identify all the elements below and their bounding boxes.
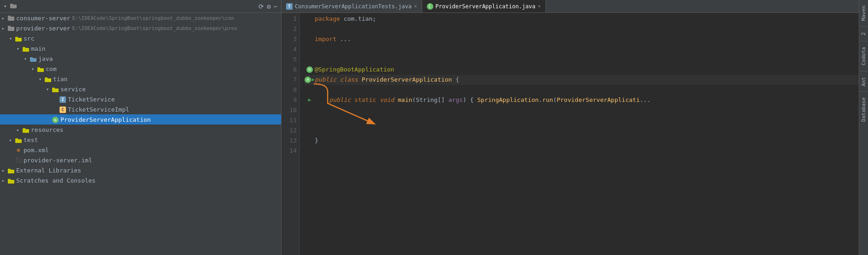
svg-rect-6 xyxy=(15,38,22,42)
tree-item-ExternalLibraries[interactable]: External Libraries xyxy=(0,165,281,175)
line-number-10: 10 xyxy=(281,105,297,115)
editor-main: TConsumerServerApplicationTests.java×CPr… xyxy=(281,0,859,255)
code-content-7: public class ProviderServerApplication { xyxy=(315,75,459,85)
close-sidebar-icon[interactable]: − xyxy=(274,3,277,10)
tree-icon-provider-server.iml: ⬛ xyxy=(15,156,24,164)
tab-label: ConsumerServerApplicationTests.java xyxy=(295,3,412,10)
right-panel-item-maven[interactable]: Maven xyxy=(860,2,868,24)
tree-item-TicketService[interactable]: ITicketService xyxy=(0,94,281,104)
tree-item-service[interactable]: service xyxy=(0,84,281,94)
code-editor: 1234567891011121314 package com.tian;imp… xyxy=(281,13,859,255)
tab-label: ProviderServerApplication.java xyxy=(436,3,536,10)
code-area[interactable]: package com.tian;import ...✿@SpringBootA… xyxy=(300,13,859,255)
code-line-9: ▶ public static void main(String[] args)… xyxy=(305,95,859,105)
code-content-3: import ... xyxy=(315,34,351,44)
project-arrow[interactable] xyxy=(4,3,8,9)
tree-path-provider-server: E:\IDEACode\SpringBoot\springboot_dubbo_… xyxy=(72,25,237,31)
svg-rect-20 xyxy=(15,139,22,143)
right-panel-item-codota[interactable]: Codota xyxy=(860,43,868,69)
svg-rect-8 xyxy=(23,48,29,52)
line-numbers: 1234567891011121314 xyxy=(281,13,300,255)
tree-icon-src xyxy=(15,35,24,42)
tree-label-com: com xyxy=(46,65,56,72)
tree-label-consumer-server: consumer-server xyxy=(16,15,70,22)
code-line-14 xyxy=(305,146,859,156)
svg-rect-17 xyxy=(52,88,55,89)
tree-icon-com xyxy=(37,65,46,72)
svg-rect-22 xyxy=(8,170,14,173)
tree-item-java[interactable]: java xyxy=(0,53,281,64)
project-folder-icon xyxy=(10,3,17,10)
settings-icon[interactable]: ⚙ xyxy=(267,3,270,10)
right-panel-item-ant[interactable]: Ant xyxy=(860,73,868,90)
line-number-13: 13 xyxy=(281,136,297,146)
tab-ConsumerServerApplicationTests[interactable]: TConsumerServerApplicationTests.java× xyxy=(281,0,422,12)
sidebar-header: ⟳ ⚙ − xyxy=(0,0,281,13)
tree-arrow-test xyxy=(9,137,14,142)
tree-arrow-resources xyxy=(17,127,21,132)
editor-tabs: TConsumerServerApplicationTests.java×CPr… xyxy=(281,0,859,13)
code-line-13: } xyxy=(305,136,859,146)
code-content-9: public static void main(String[] args) {… xyxy=(315,95,651,105)
right-panel-divider-1 xyxy=(860,26,868,27)
tree-icon-ProviderServerApplication: ✿ xyxy=(52,116,60,123)
tree-arrow-provider-server xyxy=(2,26,6,31)
tree-item-resources[interactable]: resources xyxy=(0,125,281,135)
svg-rect-25 xyxy=(8,179,11,180)
tree-item-ScratchesAndConsoles[interactable]: Scratches and Consoles xyxy=(0,175,281,185)
right-panel-divider-4 xyxy=(860,91,868,92)
code-line-8 xyxy=(305,85,859,95)
code-line-3: import ... xyxy=(305,34,859,44)
svg-rect-11 xyxy=(30,57,33,59)
tree-item-src[interactable]: src xyxy=(0,33,281,43)
tree-arrow-main xyxy=(17,46,21,51)
code-line-4 xyxy=(305,44,859,54)
tree-item-TicketServiceImpl[interactable]: CTicketServiceImpl xyxy=(0,104,281,114)
tree-item-tian[interactable]: tian xyxy=(0,74,281,84)
line-number-12: 12 xyxy=(281,125,297,136)
tree-icon-ExternalLibraries xyxy=(8,167,16,174)
tree-item-test[interactable]: test xyxy=(0,135,281,145)
run-icon[interactable]: ▶ xyxy=(311,75,315,85)
tab-ProviderServerApplication[interactable]: CProviderServerApplication.java× xyxy=(422,0,546,12)
tree-arrow-ExternalLibraries xyxy=(2,168,6,173)
code-content-6: @SpringBootApplication xyxy=(315,65,394,75)
provider-tab-icon: C xyxy=(427,3,433,10)
tree-item-pom.xml[interactable]: mpom.xml xyxy=(0,145,281,155)
right-panel-divider-2 xyxy=(860,41,868,42)
tree-icon-TicketService: I xyxy=(60,95,68,103)
tree-item-consumer-server[interactable]: consumer-serverE:\IDEACode\SpringBoot\sp… xyxy=(0,13,281,23)
sync-icon[interactable]: ⟳ xyxy=(258,3,264,10)
tree-icon-java xyxy=(30,55,38,62)
right-panel-item-2[interactable]: 2 xyxy=(860,29,868,39)
tree-label-tian: tian xyxy=(53,76,67,83)
svg-rect-18 xyxy=(23,129,29,133)
tree-item-com[interactable]: com xyxy=(0,64,281,74)
tab-close-button[interactable]: × xyxy=(538,3,541,9)
tree-label-provider-server.iml: provider-server.iml xyxy=(24,157,92,164)
svg-rect-24 xyxy=(8,180,14,184)
code-line-1: package com.tian; xyxy=(305,14,859,24)
code-line-11 xyxy=(305,115,859,125)
code-line-12 xyxy=(305,125,859,136)
svg-rect-9 xyxy=(23,47,25,48)
svg-rect-0 xyxy=(10,5,17,8)
test-tab-icon: T xyxy=(286,3,293,10)
right-panel-item-database[interactable]: Database xyxy=(860,94,868,125)
tree-label-provider-server: provider-server xyxy=(16,25,70,32)
run-icon-9[interactable]: ▶ xyxy=(308,95,311,105)
svg-rect-23 xyxy=(8,169,11,170)
line-number-5: 5 xyxy=(281,54,297,65)
tab-close-button[interactable]: × xyxy=(414,3,417,9)
sidebar-header-icons: ⟳ ⚙ − xyxy=(258,3,277,10)
tree-label-java: java xyxy=(38,55,53,62)
tree-item-ProviderServerApplication[interactable]: ✿ProviderServerApplication xyxy=(0,114,281,125)
tree-item-provider-server.iml[interactable]: ⬛provider-server.iml xyxy=(0,155,281,165)
svg-rect-15 xyxy=(45,77,48,79)
svg-rect-14 xyxy=(45,78,51,82)
tree-label-pom.xml: pom.xml xyxy=(24,147,49,154)
tree-item-provider-server[interactable]: provider-serverE:\IDEACode\SpringBoot\sp… xyxy=(0,23,281,33)
tree-item-main[interactable]: main xyxy=(0,43,281,53)
code-line-2 xyxy=(305,24,859,34)
spring-bean-icon: ✿ xyxy=(306,66,313,73)
